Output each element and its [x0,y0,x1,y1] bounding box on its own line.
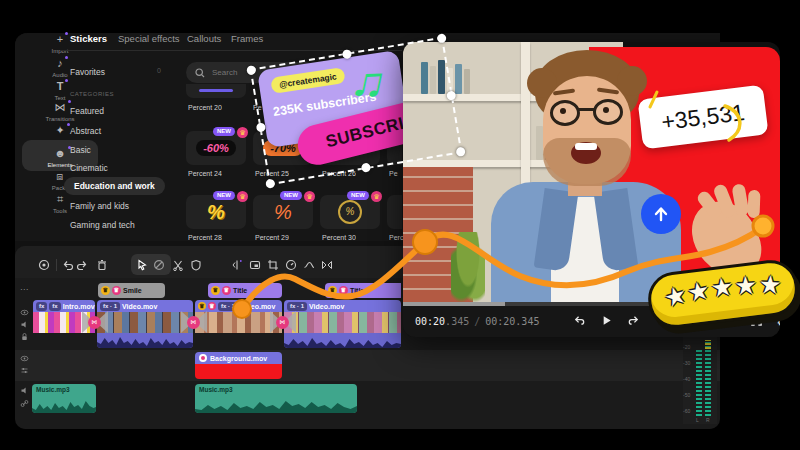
cut-icon[interactable] [170,257,186,273]
sticker-tile-percent28[interactable]: % [186,195,246,229]
pro-crown-badge: ♛ [237,127,248,138]
effects-icon: ✦ [55,125,64,136]
clip-video1-waveform [97,333,193,348]
crown-badge: ♛ [211,286,220,295]
transition-icon[interactable] [319,257,335,273]
elements-icon: ☻ [54,148,66,159]
channel-handle-pill: @createmagic [270,67,345,94]
category-education-and-work[interactable]: Education and work [64,177,165,195]
track3-settings-icon[interactable] [17,366,31,378]
clip-music-2[interactable]: Music.mp3 [195,384,357,413]
tab-stickers[interactable]: Stickers [70,33,107,44]
new-badge: NEW [213,127,235,136]
pro-badge: ♛ [208,302,216,310]
crop-icon[interactable] [265,257,281,273]
up-arrow-button-sticker[interactable] [641,194,681,234]
tab-special-effects[interactable]: Special effects [118,33,180,44]
timecode-current: 00:20.345 [415,316,469,327]
sticker-tile-percent29[interactable]: % [253,195,313,229]
play-button-icon[interactable] [600,313,613,331]
track2-mute-icon[interactable] [17,320,31,332]
record-cursor-icon[interactable] [36,257,52,273]
delete-icon[interactable] [94,257,110,273]
fx-chip: fx · 1 [287,302,307,311]
toolbar-divider [56,259,57,271]
star-icon: ★ [709,271,735,303]
clip-music-1[interactable]: Music.mp3 [32,384,96,413]
tab-frames[interactable]: Frames [231,33,263,44]
sticker-tile-percent24[interactable]: -60% [186,131,246,165]
category-gaming-and-tech[interactable]: Gaming and tech [70,220,135,230]
sticker-tile[interactable] [186,84,246,98]
record-badge [199,354,207,362]
track3-visibility-icon[interactable] [17,354,31,366]
category-favorites[interactable]: Favorites [70,67,105,77]
clip-video1-header[interactable]: fx · 1 Video.mov [97,300,193,312]
clip-label: Smile [123,287,142,294]
jump-back-icon[interactable] [573,313,586,331]
audio-meter: -20 -30 -40 -50 -60 L R [683,336,717,424]
clip-label: Background.mov [210,355,267,362]
preview-video[interactable]: +35,531 [403,42,780,302]
crown-badge: ♛ [328,286,337,295]
clip-title-2[interactable]: ♛♛ Title [325,283,401,298]
pro-crown-badge: ♛ [371,191,382,202]
pro-badge: ♛ [339,286,348,295]
tab-callouts[interactable]: Callouts [187,33,221,44]
sticker-label: Percent 25 [255,170,289,177]
clip-title-1[interactable]: ♛♛ Title [208,283,282,298]
clip-video2-thumbnails[interactable] [195,312,282,333]
category-featured[interactable]: Featured [70,106,104,116]
sticker-label: Percent 24 [188,170,222,177]
fx-chip: fx [49,302,60,311]
categories-section-label: CATEGORIES [70,91,114,97]
speed-icon[interactable] [283,257,299,273]
clip-background-body[interactable] [195,364,282,379]
track2-visibility-icon[interactable] [17,308,31,320]
redo-icon[interactable] [74,257,90,273]
category-abstract[interactable]: Abstract [70,126,101,136]
clip-label: Video.mov [309,303,344,310]
pip-icon[interactable] [247,257,263,273]
disabled-tool-icon[interactable] [151,257,167,273]
star-icon: ★ [734,270,758,300]
clip-video3-header[interactable]: fx · 1 Video.mov [284,300,401,312]
transition-marker[interactable]: ⋈ [82,311,108,334]
percent-orange-sticker: % [274,201,292,224]
category-family-and-kids[interactable]: Family and kids [70,201,129,211]
clip-background-header[interactable]: Background.mov [195,352,282,364]
pro-badge: ♛ [112,286,121,295]
sticker-label: Pe [389,170,401,177]
music-waveform [195,397,357,413]
clip-smile[interactable]: ♛♛ Smile [98,283,165,298]
mask-icon[interactable] [188,257,204,273]
select-tool-icon[interactable] [134,257,150,273]
track4-link-icon[interactable] [17,399,31,411]
transitions-icon: ⋈ [55,102,66,113]
sticker-tile[interactable] [387,195,402,229]
track4-mute-icon[interactable] [17,386,31,398]
speed-curve-icon[interactable] [301,257,317,273]
fx-chip: fx · 1 [218,302,238,311]
clip-video3-thumbnails[interactable] [284,312,401,333]
split-icon[interactable] [229,257,245,273]
sticker-label: Percent 20 [188,104,222,111]
track-options-icon[interactable]: ⋯ [17,285,31,295]
category-basic[interactable]: Basic [70,145,91,155]
sticker-tile-percent30[interactable]: % [320,195,380,229]
glasses-bridge [578,108,594,111]
counter-accent-arc [721,104,749,144]
clip-video2-header[interactable]: ♛ ♛ fx · 1 Video.mov [195,300,282,312]
plant [451,232,485,302]
clip-video1-thumbnails[interactable] [97,312,193,333]
track2-lock-icon[interactable] [17,332,31,344]
settings-gear-icon[interactable]: ⚙ [776,315,780,329]
clip-label: Video.mov [122,303,157,310]
pro-crown-badge: ♛ [237,191,248,202]
jump-forward-icon[interactable] [627,313,640,331]
transition-marker[interactable]: ⋈ [270,311,296,334]
pro-crown-badge: ♛ [304,191,315,202]
category-cinematic[interactable]: Cinematic [70,163,108,173]
transition-marker[interactable]: ⋈ [181,311,207,334]
tabs-divider [60,50,402,51]
